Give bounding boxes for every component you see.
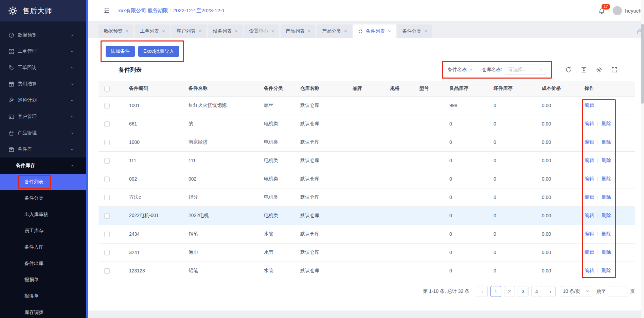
close-icon[interactable]: ×	[235, 29, 238, 34]
excel-import-button[interactable]: Excel批量导入	[138, 46, 179, 57]
page-size-select[interactable]: 10 条/页	[560, 286, 592, 297]
row-height-icon[interactable]	[581, 67, 587, 73]
page-button-1[interactable]: 1	[490, 286, 501, 297]
sidebar-item[interactable]: 工单回访	[0, 60, 86, 76]
delete-link[interactable]: 删除	[602, 194, 611, 200]
edit-link[interactable]: 编辑	[585, 231, 594, 236]
gear-icon[interactable]	[596, 67, 602, 73]
row-checkbox[interactable]	[104, 250, 110, 255]
sidebar-subitem[interactable]: 备件出库	[0, 255, 86, 272]
sidebar-subitem[interactable]: 报损单	[0, 272, 86, 288]
tab[interactable]: 设备列表×	[208, 24, 243, 38]
delete-link[interactable]: 删除	[602, 249, 611, 255]
delete-link[interactable]: 删除	[602, 268, 611, 273]
row-checkbox[interactable]	[104, 103, 110, 108]
table-cell	[387, 151, 416, 170]
row-checkbox[interactable]	[104, 121, 110, 127]
edit-link[interactable]: 编辑	[585, 213, 594, 218]
edit-link[interactable]: 编辑	[585, 139, 594, 145]
tab[interactable]: 工单列表×	[135, 24, 170, 38]
close-icon[interactable]: ×	[162, 29, 165, 34]
page-button-3[interactable]: 3	[518, 286, 529, 297]
close-icon[interactable]: ×	[198, 29, 201, 34]
add-spare-part-button[interactable]: 添加备件	[106, 46, 135, 57]
fullscreen-icon[interactable]	[611, 67, 618, 73]
edit-link[interactable]: 编辑	[585, 249, 594, 255]
table-cell: 电机类	[261, 170, 297, 188]
table-cell	[349, 188, 387, 206]
scrollbar-thumb[interactable]	[641, 24, 644, 104]
calendar-icon	[8, 81, 14, 87]
select-all-checkbox[interactable]	[104, 86, 110, 91]
sidebar-item[interactable]: 费用结算	[0, 76, 86, 92]
sidebar-subitem[interactable]: 员工库存	[0, 223, 86, 239]
tab[interactable]: 备件分类×	[397, 24, 432, 38]
table-cell: 111	[185, 151, 261, 170]
sidebar-item[interactable]: 产品管理	[0, 125, 86, 141]
row-checkbox[interactable]	[104, 140, 110, 145]
row-checkbox[interactable]	[104, 177, 110, 182]
row-checkbox[interactable]	[104, 232, 110, 237]
tab[interactable]: 设置中心×	[244, 24, 279, 38]
delete-link[interactable]: 删除	[602, 121, 611, 126]
sidebar-subitem[interactable]: 报溢单	[0, 288, 86, 304]
row-checkbox[interactable]	[104, 158, 110, 164]
next-page-button[interactable]: ›	[545, 286, 556, 297]
close-icon[interactable]: ×	[126, 29, 128, 34]
table-row: 方法e得分电机类默认仓库000.00编辑|删除	[99, 188, 635, 206]
sidebar-item[interactable]: 工单管理	[0, 43, 86, 60]
refresh-icon[interactable]	[566, 67, 572, 73]
col-bad-stock: 坏件库存	[490, 81, 538, 96]
tab[interactable]: 产品分类×	[317, 24, 352, 38]
avatar[interactable]	[613, 6, 622, 15]
warehouse-select[interactable]: 请选择...	[505, 65, 546, 75]
edit-link[interactable]: 编辑	[585, 194, 594, 200]
sidebar-subitem[interactable]: 出入库审核	[0, 206, 86, 223]
table-cell: 0.00	[538, 188, 581, 206]
sidebar-item[interactable]: 数据预览	[0, 27, 86, 43]
app-logo: 售后大师	[0, 0, 86, 21]
delete-link[interactable]: 删除	[602, 231, 611, 236]
action-divider: |	[597, 231, 598, 236]
tab[interactable]: 产品列表×	[281, 24, 316, 38]
delete-link[interactable]: 删除	[602, 213, 611, 218]
row-checkbox[interactable]	[104, 195, 110, 200]
delete-link[interactable]: 删除	[602, 176, 611, 181]
company-service-info[interactable]: xxx有限公司 服务期限：2022-12-1至2023-12-1	[118, 7, 225, 14]
page-button-2[interactable]: 2	[504, 286, 515, 297]
sidebar-item[interactable]: 客户管理	[0, 108, 86, 125]
table-cell: 0	[446, 188, 490, 206]
tab[interactable]: 数据预览×	[99, 24, 133, 38]
sidebar-subitem[interactable]: 备件入库	[0, 239, 86, 255]
delete-link[interactable]: 删除	[602, 139, 611, 145]
close-icon[interactable]: ×	[425, 29, 427, 34]
notification-bell-icon[interactable]: 17	[598, 7, 605, 14]
menu-fold-icon[interactable]	[104, 7, 110, 14]
tab[interactable]: 客户列表×	[171, 24, 206, 38]
edit-link[interactable]: 编辑	[585, 268, 594, 273]
sidebar-group-spare-stock[interactable]: 备件库存	[0, 157, 86, 174]
delete-link[interactable]: 删除	[602, 157, 611, 163]
prev-page-button[interactable]: ‹	[477, 286, 488, 297]
edit-link[interactable]: 编辑	[585, 157, 594, 163]
sidebar-item[interactable]: 备件库	[0, 141, 86, 157]
page-scrollbar[interactable]	[641, 0, 644, 318]
close-icon[interactable]: ×	[388, 29, 391, 34]
jump-page-input[interactable]	[609, 286, 627, 297]
row-checkbox[interactable]	[104, 268, 110, 274]
page-button-4[interactable]: 4	[531, 286, 542, 297]
sidebar-subitem[interactable]: 备件列表	[0, 174, 86, 190]
edit-link[interactable]: 编辑	[585, 121, 594, 126]
edit-link[interactable]: 编辑	[585, 176, 594, 181]
edit-link[interactable]: 编辑	[585, 102, 594, 108]
sidebar-subitem[interactable]: 库存调拨	[0, 304, 86, 318]
sidebar-subitem[interactable]: 备件分类	[0, 190, 86, 206]
tab-refresh-icon	[358, 29, 363, 34]
close-icon[interactable]: ×	[308, 29, 310, 34]
sidebar-item[interactable]: 巡检计划	[0, 92, 86, 108]
tab[interactable]: 备件列表×	[353, 24, 396, 38]
close-icon[interactable]: ×	[271, 29, 274, 34]
row-checkbox[interactable]	[104, 213, 110, 219]
search-field-selector[interactable]: 备件名称	[448, 67, 473, 73]
close-icon[interactable]: ×	[344, 29, 347, 34]
